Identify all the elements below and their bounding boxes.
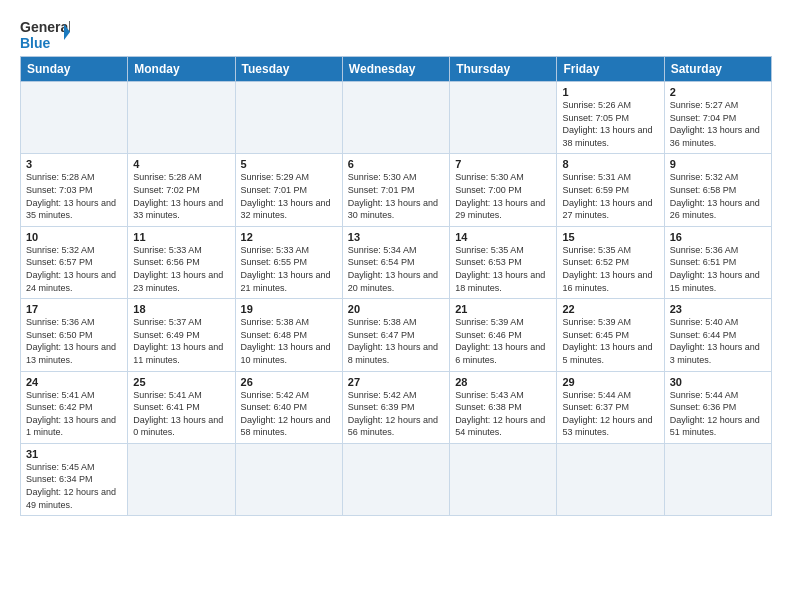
day-info: Sunrise: 5:39 AM Sunset: 6:45 PM Dayligh… — [562, 316, 658, 366]
weekday-header-friday: Friday — [557, 57, 664, 82]
day-info: Sunrise: 5:32 AM Sunset: 6:58 PM Dayligh… — [670, 171, 766, 221]
day-info: Sunrise: 5:28 AM Sunset: 7:03 PM Dayligh… — [26, 171, 122, 221]
calendar-cell: 12Sunrise: 5:33 AM Sunset: 6:55 PM Dayli… — [235, 226, 342, 298]
day-number: 31 — [26, 448, 122, 460]
day-info: Sunrise: 5:40 AM Sunset: 6:44 PM Dayligh… — [670, 316, 766, 366]
calendar-cell: 31Sunrise: 5:45 AM Sunset: 6:34 PM Dayli… — [21, 443, 128, 515]
calendar-cell: 23Sunrise: 5:40 AM Sunset: 6:44 PM Dayli… — [664, 299, 771, 371]
calendar-cell: 24Sunrise: 5:41 AM Sunset: 6:42 PM Dayli… — [21, 371, 128, 443]
calendar-week-row: 31Sunrise: 5:45 AM Sunset: 6:34 PM Dayli… — [21, 443, 772, 515]
day-info: Sunrise: 5:39 AM Sunset: 6:46 PM Dayligh… — [455, 316, 551, 366]
calendar-cell — [342, 443, 449, 515]
calendar-cell: 6Sunrise: 5:30 AM Sunset: 7:01 PM Daylig… — [342, 154, 449, 226]
logo: General Blue — [20, 16, 70, 52]
day-number: 1 — [562, 86, 658, 98]
day-number: 4 — [133, 158, 229, 170]
day-number: 20 — [348, 303, 444, 315]
day-number: 30 — [670, 376, 766, 388]
calendar-cell — [21, 82, 128, 154]
calendar-cell: 20Sunrise: 5:38 AM Sunset: 6:47 PM Dayli… — [342, 299, 449, 371]
calendar-cell: 15Sunrise: 5:35 AM Sunset: 6:52 PM Dayli… — [557, 226, 664, 298]
calendar-table: SundayMondayTuesdayWednesdayThursdayFrid… — [20, 56, 772, 516]
weekday-header-wednesday: Wednesday — [342, 57, 449, 82]
day-number: 14 — [455, 231, 551, 243]
day-info: Sunrise: 5:45 AM Sunset: 6:34 PM Dayligh… — [26, 461, 122, 511]
header: General Blue — [20, 16, 772, 52]
calendar-week-row: 1Sunrise: 5:26 AM Sunset: 7:05 PM Daylig… — [21, 82, 772, 154]
logo-svg: General Blue — [20, 16, 70, 52]
calendar-cell: 17Sunrise: 5:36 AM Sunset: 6:50 PM Dayli… — [21, 299, 128, 371]
day-number: 7 — [455, 158, 551, 170]
calendar-cell: 11Sunrise: 5:33 AM Sunset: 6:56 PM Dayli… — [128, 226, 235, 298]
calendar-week-row: 10Sunrise: 5:32 AM Sunset: 6:57 PM Dayli… — [21, 226, 772, 298]
calendar-cell — [450, 82, 557, 154]
day-info: Sunrise: 5:42 AM Sunset: 6:40 PM Dayligh… — [241, 389, 337, 439]
day-number: 26 — [241, 376, 337, 388]
day-number: 22 — [562, 303, 658, 315]
day-info: Sunrise: 5:29 AM Sunset: 7:01 PM Dayligh… — [241, 171, 337, 221]
svg-text:General: General — [20, 19, 70, 35]
day-info: Sunrise: 5:43 AM Sunset: 6:38 PM Dayligh… — [455, 389, 551, 439]
calendar-cell: 9Sunrise: 5:32 AM Sunset: 6:58 PM Daylig… — [664, 154, 771, 226]
calendar-cell: 26Sunrise: 5:42 AM Sunset: 6:40 PM Dayli… — [235, 371, 342, 443]
calendar-cell: 3Sunrise: 5:28 AM Sunset: 7:03 PM Daylig… — [21, 154, 128, 226]
day-info: Sunrise: 5:35 AM Sunset: 6:52 PM Dayligh… — [562, 244, 658, 294]
day-number: 16 — [670, 231, 766, 243]
day-info: Sunrise: 5:36 AM Sunset: 6:50 PM Dayligh… — [26, 316, 122, 366]
day-number: 23 — [670, 303, 766, 315]
day-number: 19 — [241, 303, 337, 315]
calendar-cell: 4Sunrise: 5:28 AM Sunset: 7:02 PM Daylig… — [128, 154, 235, 226]
calendar-cell: 16Sunrise: 5:36 AM Sunset: 6:51 PM Dayli… — [664, 226, 771, 298]
weekday-header-sunday: Sunday — [21, 57, 128, 82]
day-info: Sunrise: 5:44 AM Sunset: 6:36 PM Dayligh… — [670, 389, 766, 439]
weekday-header-row: SundayMondayTuesdayWednesdayThursdayFrid… — [21, 57, 772, 82]
calendar-cell: 7Sunrise: 5:30 AM Sunset: 7:00 PM Daylig… — [450, 154, 557, 226]
calendar-cell — [557, 443, 664, 515]
day-number: 10 — [26, 231, 122, 243]
calendar-cell: 18Sunrise: 5:37 AM Sunset: 6:49 PM Dayli… — [128, 299, 235, 371]
calendar-week-row: 24Sunrise: 5:41 AM Sunset: 6:42 PM Dayli… — [21, 371, 772, 443]
day-info: Sunrise: 5:35 AM Sunset: 6:53 PM Dayligh… — [455, 244, 551, 294]
weekday-header-tuesday: Tuesday — [235, 57, 342, 82]
day-number: 6 — [348, 158, 444, 170]
calendar-cell — [342, 82, 449, 154]
calendar-week-row: 3Sunrise: 5:28 AM Sunset: 7:03 PM Daylig… — [21, 154, 772, 226]
calendar-cell: 1Sunrise: 5:26 AM Sunset: 7:05 PM Daylig… — [557, 82, 664, 154]
calendar-cell: 10Sunrise: 5:32 AM Sunset: 6:57 PM Dayli… — [21, 226, 128, 298]
day-info: Sunrise: 5:38 AM Sunset: 6:48 PM Dayligh… — [241, 316, 337, 366]
calendar-cell — [128, 82, 235, 154]
day-info: Sunrise: 5:41 AM Sunset: 6:41 PM Dayligh… — [133, 389, 229, 439]
calendar-cell: 13Sunrise: 5:34 AM Sunset: 6:54 PM Dayli… — [342, 226, 449, 298]
weekday-header-saturday: Saturday — [664, 57, 771, 82]
calendar-cell: 2Sunrise: 5:27 AM Sunset: 7:04 PM Daylig… — [664, 82, 771, 154]
calendar-cell: 25Sunrise: 5:41 AM Sunset: 6:41 PM Dayli… — [128, 371, 235, 443]
calendar-cell: 22Sunrise: 5:39 AM Sunset: 6:45 PM Dayli… — [557, 299, 664, 371]
day-info: Sunrise: 5:38 AM Sunset: 6:47 PM Dayligh… — [348, 316, 444, 366]
day-number: 8 — [562, 158, 658, 170]
day-info: Sunrise: 5:33 AM Sunset: 6:55 PM Dayligh… — [241, 244, 337, 294]
weekday-header-monday: Monday — [128, 57, 235, 82]
day-number: 13 — [348, 231, 444, 243]
calendar-cell: 21Sunrise: 5:39 AM Sunset: 6:46 PM Dayli… — [450, 299, 557, 371]
day-info: Sunrise: 5:32 AM Sunset: 6:57 PM Dayligh… — [26, 244, 122, 294]
calendar-cell: 30Sunrise: 5:44 AM Sunset: 6:36 PM Dayli… — [664, 371, 771, 443]
day-info: Sunrise: 5:28 AM Sunset: 7:02 PM Dayligh… — [133, 171, 229, 221]
day-info: Sunrise: 5:41 AM Sunset: 6:42 PM Dayligh… — [26, 389, 122, 439]
day-number: 18 — [133, 303, 229, 315]
day-number: 3 — [26, 158, 122, 170]
day-info: Sunrise: 5:42 AM Sunset: 6:39 PM Dayligh… — [348, 389, 444, 439]
day-number: 28 — [455, 376, 551, 388]
day-info: Sunrise: 5:34 AM Sunset: 6:54 PM Dayligh… — [348, 244, 444, 294]
svg-text:Blue: Blue — [20, 35, 51, 51]
day-number: 12 — [241, 231, 337, 243]
calendar-cell — [450, 443, 557, 515]
weekday-header-thursday: Thursday — [450, 57, 557, 82]
calendar-week-row: 17Sunrise: 5:36 AM Sunset: 6:50 PM Dayli… — [21, 299, 772, 371]
day-number: 27 — [348, 376, 444, 388]
day-info: Sunrise: 5:30 AM Sunset: 7:01 PM Dayligh… — [348, 171, 444, 221]
day-number: 25 — [133, 376, 229, 388]
calendar-cell — [664, 443, 771, 515]
day-number: 9 — [670, 158, 766, 170]
calendar-cell — [235, 82, 342, 154]
day-info: Sunrise: 5:31 AM Sunset: 6:59 PM Dayligh… — [562, 171, 658, 221]
